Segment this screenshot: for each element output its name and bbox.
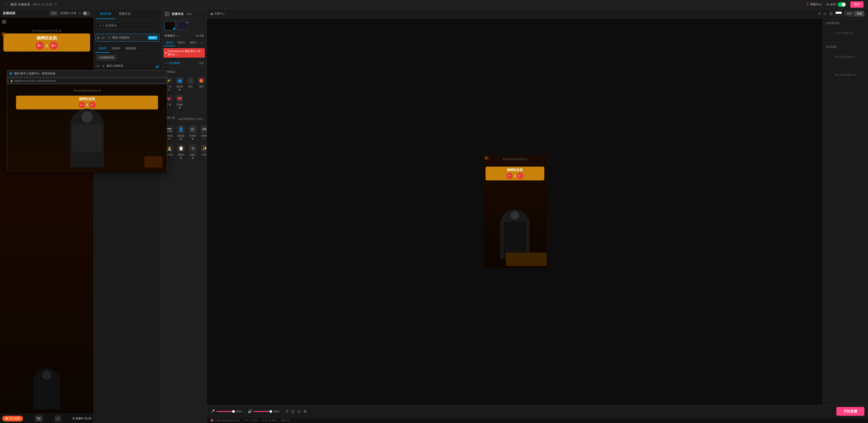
audio-pause-icon[interactable]: ⏸ — [102, 64, 105, 68]
online-audience-title: 在线观众榜 — [826, 21, 865, 25]
method-music[interactable]: ♫ 音乐 — [186, 76, 195, 92]
companion-logo: L — [164, 11, 170, 17]
vote-label: 礼物投票 — [176, 103, 183, 110]
help-icon: ❓ — [806, 3, 809, 6]
audio-actions: 从音频库添加 ··· — [94, 53, 161, 62]
add-scene-button[interactable]: + — [199, 41, 204, 45]
scene-number: 01 — [101, 36, 106, 39]
fans-update: 粉丝团更新全 全部 > — [179, 117, 204, 121]
right-bbq-text: 烧烤狂欢肌 — [487, 168, 542, 172]
refresh-icon[interactable]: ↺ — [818, 11, 821, 16]
gift-label: 福袋 — [199, 85, 204, 88]
tool-ecommerce[interactable]: 🛒 抖音电商 — [188, 124, 198, 142]
color-swatch[interactable] — [835, 11, 842, 16]
speaker-volume-slider[interactable] — [254, 411, 272, 412]
audio-library-button[interactable]: 从音频库添加 — [96, 55, 116, 60]
top-bar-right: ❓ 帮助中心 AI 水印 保存 — [806, 1, 864, 8]
live-time: 02:29 — [85, 417, 91, 420]
record-button[interactable]: ⊙ — [297, 409, 301, 414]
douyin-label: ·抖音 — [186, 12, 192, 16]
right-header: ▣ 主播中心 ↺ ⊙ ☰ 横屏 竖屏 — [207, 9, 868, 19]
pause-icon[interactable]: ⏸ — [108, 36, 111, 39]
green-screen-icon: 🖥 — [189, 144, 197, 152]
scene-tab-6[interactable]: 场景六 — [187, 39, 199, 46]
mic-volume-handle[interactable] — [232, 410, 235, 413]
right-header-left: ▣ 主播中心 — [211, 12, 225, 16]
browser-popup: 🌐 曦灵-数字人直播平台 - 联想浏览器 🔒 digitalhuman.baid… — [7, 70, 167, 172]
scene-tab-4[interactable]: 场景四 — [163, 39, 176, 46]
add-material-button[interactable]: + + 添加素材 — [164, 61, 180, 65]
game-warning-text: 不建议直播的游戏说明 — [215, 419, 239, 422]
vote-icon: 🎀 — [176, 95, 183, 102]
tab-materials[interactable]: 画面素材 — [123, 45, 139, 53]
tab-interact[interactable]: 直播互动 — [115, 9, 134, 19]
ratio-tag[interactable]: 竖拍 — [49, 11, 58, 16]
thumb-1[interactable] — [164, 21, 176, 30]
speaker-volume-handle[interactable] — [270, 410, 272, 413]
import-button[interactable]: ⇆ 导播 — [196, 34, 204, 37]
inner-ai-text: 部分内容由AI技术生成 — [73, 89, 100, 93]
dropdown-arrow[interactable]: ▼ — [177, 35, 179, 37]
tool-virtual-avatar[interactable]: 👤 虚拟形象 — [176, 124, 186, 142]
separator-2 — [282, 409, 282, 414]
more-settings-button[interactable]: ⚙ — [303, 409, 307, 414]
right-content: 部分内容由AI技术生成 烧烤狂欢肌 买一 送 送一 鴉 — [207, 19, 868, 405]
bottom-controls: 🎤 100% 🔊 100% ↺ ⊡ ⊙ ⚙ 开始直播 — [207, 405, 868, 418]
speaker-volume-fill — [254, 411, 272, 412]
start-live-button[interactable]: 开始直播 — [836, 407, 864, 416]
menu-icon[interactable]: ☰ — [829, 11, 833, 16]
camera-button[interactable]: 📷 — [35, 415, 43, 422]
expand-button[interactable]: ▲ — [55, 415, 61, 422]
app-name: SLBrowser.exe 曦灵-数字人直播平台 -... — [168, 50, 203, 56]
fullscreen-toggle[interactable] — [83, 11, 91, 16]
mic-icon[interactable]: 🎤 — [211, 409, 215, 414]
scene-tab-5[interactable]: 场景五 — [176, 39, 187, 46]
import-icon: ⇆ — [196, 34, 198, 37]
more-button[interactable]: ··· — [118, 56, 121, 60]
tool-star-tasks[interactable]: 📋 星图任务 — [176, 143, 186, 160]
right-header-right: ↺ ⊙ ☰ 横屏 竖屏 — [818, 11, 864, 17]
help-center-button[interactable]: ❓ 帮助中心 — [806, 2, 822, 6]
food-plate — [145, 156, 162, 168]
bbq-sign-text: 烧烤狂欢肌 — [6, 35, 88, 41]
thumb-2[interactable] — [177, 21, 188, 30]
companion-panel: L 直播伴侣 ·抖音 常规模式 ▼ ⇆ 导播 场景四 — [162, 9, 207, 423]
play-icon[interactable]: ▶ — [98, 36, 100, 39]
warn-icon: 🔇 — [211, 419, 214, 422]
tab-qa-library[interactable]: 问答库 — [109, 45, 123, 53]
info-icon[interactable]: ⓘ — [78, 11, 81, 15]
mic-volume-slider[interactable] — [216, 411, 235, 412]
horizontal-view-btn[interactable]: 横屏 — [844, 11, 855, 17]
clear-button[interactable]: 清空 — [199, 61, 204, 65]
bottom-bar: ⏹ 停止直播 📷 ▲ 直播中 02:29 — [0, 414, 94, 423]
refresh-stream-button[interactable]: ↺ — [285, 409, 288, 414]
add-product-button[interactable]: + + 添加商品 — [96, 22, 159, 30]
ai-watermark-switch[interactable] — [838, 2, 846, 7]
tab-audio-library[interactable]: 音频库 — [96, 45, 109, 53]
browser-addressbar[interactable]: 🔒 digitalhuman.baidu.com/artistelite/obs — [8, 79, 166, 83]
method-vote[interactable]: 🎀 礼物投票 — [175, 94, 184, 110]
save-button[interactable]: 保存 — [850, 1, 864, 8]
interaction-note: 展示本场直播的社... — [826, 51, 865, 63]
edit-icon[interactable]: ✎ — [55, 3, 57, 6]
top-bar-left: ← 探店-火热街头 08/11 21:33:02 ✎ — [4, 2, 57, 6]
tool-green-screen[interactable]: 🖥 绿幕大屏 — [188, 143, 198, 160]
stop-live-button[interactable]: ⏹ 停止直播 — [2, 416, 23, 421]
vertical-view-btn[interactable]: 竖屏 — [855, 11, 864, 17]
browser-inner-preview: 部分内容由AI技术生成 烧烤狂欢肌 买一 送 送一 — [7, 84, 167, 172]
interaction-title: 互动玩法 — [164, 70, 204, 74]
screen-share-button[interactable]: ⊡ — [291, 409, 294, 414]
music-icon: ♫ — [187, 77, 194, 84]
tab-products[interactable]: 商品列表 — [96, 9, 115, 19]
left-panel-header: 直播画面 竖拍 直播窗口全屏 ⓘ — [0, 9, 94, 18]
speaker-icon[interactable]: 🔊 — [248, 409, 252, 414]
host-center-button[interactable]: ▣ 主播中心 — [211, 12, 225, 16]
method-fans[interactable]: 👥 粉丝连线 — [175, 76, 184, 92]
settings-icon[interactable]: ⊙ — [824, 11, 827, 16]
method-gift[interactable]: 🎁 福袋 — [197, 76, 206, 92]
wish-label: 心愿 — [166, 103, 171, 106]
back-button[interactable]: ← — [4, 2, 8, 6]
ecommerce-label: 抖音电商 — [189, 134, 197, 141]
interaction-methods: 互动玩法 ⚡ PK连线 👥 粉丝连线 ♫ 音乐 🎁 福袋 — [162, 67, 207, 113]
scene-item[interactable]: ▶ 01 ⏸ 探店-火热街头 播放中 — [96, 34, 160, 41]
